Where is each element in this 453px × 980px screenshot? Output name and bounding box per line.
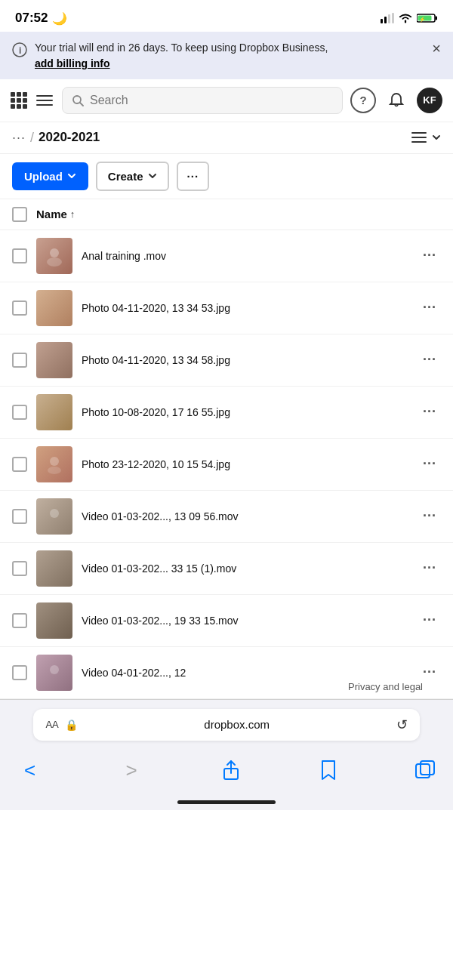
safari-nav: < >	[0, 750, 453, 794]
notifications-button[interactable]	[384, 88, 409, 113]
svg-line-11	[80, 103, 83, 106]
file-more-button[interactable]: ···	[418, 557, 441, 579]
bell-icon	[388, 92, 405, 109]
file-name: Anal training .mov	[82, 250, 409, 262]
file-name: Video 01-03-202..., 13 09 56.mov	[82, 510, 409, 522]
svg-rect-1	[384, 17, 387, 23]
row-checkbox[interactable]	[12, 509, 27, 524]
lock-icon: 🔒	[65, 719, 78, 731]
svg-point-17	[50, 457, 59, 466]
file-thumbnail	[36, 655, 72, 691]
file-more-button[interactable]: ···	[418, 349, 441, 371]
table-row[interactable]: Anal training .mov ···	[0, 230, 453, 282]
wifi-icon	[399, 13, 412, 23]
table-row[interactable]: Photo 04-11-2020, 13 34 53.jpg ···	[0, 282, 453, 334]
action-bar: Upload Create ···	[0, 154, 453, 199]
status-bar: 07:52 🌙 ⚡	[0, 0, 453, 32]
create-button[interactable]: Create	[96, 162, 169, 191]
chevron-down-icon	[67, 171, 76, 180]
home-indicator	[0, 794, 453, 810]
file-thumbnail	[36, 498, 72, 535]
row-checkbox[interactable]	[12, 353, 27, 368]
file-thumbnail	[36, 446, 72, 482]
svg-point-20	[50, 665, 59, 674]
svg-rect-2	[388, 14, 390, 23]
file-more-button[interactable]: ···	[418, 505, 441, 527]
select-all-checkbox[interactable]	[12, 207, 27, 222]
sort-list-icon	[411, 131, 427, 144]
table-row[interactable]: Video 01-03-202... 33 15 (1).mov ···	[0, 543, 453, 595]
moon-icon: 🌙	[52, 11, 67, 26]
file-thumbnail	[36, 290, 72, 326]
toolbar: ? KF	[0, 79, 453, 122]
svg-point-18	[48, 467, 61, 474]
trial-close-button[interactable]: ×	[432, 41, 441, 56]
back-button[interactable]: <	[18, 756, 42, 785]
status-icons: ⚡	[381, 13, 438, 23]
privacy-legal-link[interactable]: Privacy and legal	[348, 681, 423, 692]
file-more-button[interactable]: ···	[418, 297, 441, 319]
row-checkbox[interactable]	[12, 665, 27, 680]
more-actions-button[interactable]: ···	[177, 162, 210, 191]
sort-button[interactable]	[411, 131, 441, 144]
table-row[interactable]: Photo 04-11-2020, 13 34 58.jpg ···	[0, 334, 453, 387]
svg-rect-5	[436, 17, 438, 20]
chevron-down-icon	[148, 171, 157, 180]
menu-icon[interactable]	[35, 94, 54, 107]
file-more-button[interactable]: ···	[418, 401, 441, 423]
upload-button[interactable]: Upload	[12, 162, 88, 190]
file-thumbnail	[36, 602, 72, 639]
svg-rect-0	[381, 19, 383, 23]
svg-point-16	[47, 257, 62, 267]
breadcrumb-dots[interactable]: ···	[12, 130, 26, 146]
help-button[interactable]: ?	[350, 88, 376, 113]
svg-point-19	[50, 509, 59, 518]
bookmark-icon	[319, 760, 337, 781]
row-checkbox[interactable]	[12, 457, 27, 472]
svg-rect-3	[392, 13, 394, 23]
tabs-button[interactable]	[415, 760, 435, 780]
share-button[interactable]	[221, 760, 241, 781]
file-name: Photo 23-12-2020, 10 15 54.jpg	[82, 458, 409, 470]
file-name: Video 04-01-202..., 12	[82, 667, 409, 679]
reload-button[interactable]: ↺	[396, 717, 408, 733]
search-input[interactable]	[90, 94, 333, 107]
table-row[interactable]: Video 01-03-202..., 19 33 15.mov ···	[0, 595, 453, 647]
url-bar[interactable]: AA 🔒 dropbox.com ↺	[33, 709, 419, 741]
file-more-button[interactable]: ···	[418, 609, 441, 631]
file-more-button[interactable]: ···	[418, 453, 441, 475]
svg-text:i: i	[19, 45, 21, 56]
row-checkbox[interactable]	[12, 405, 27, 420]
status-time: 07:52	[15, 11, 48, 26]
table-row[interactable]: Video 01-03-202..., 13 09 56.mov ···	[0, 491, 453, 543]
row-checkbox[interactable]	[12, 561, 27, 576]
avatar[interactable]: KF	[417, 88, 442, 113]
search-bar[interactable]	[62, 87, 343, 114]
row-checkbox[interactable]	[12, 613, 27, 628]
row-checkbox[interactable]	[12, 300, 27, 316]
forward-button[interactable]: >	[120, 756, 143, 785]
file-name: Video 01-03-202..., 19 33 15.mov	[82, 615, 409, 627]
bookmarks-button[interactable]	[319, 760, 337, 781]
svg-text:⚡: ⚡	[419, 16, 426, 23]
file-name: Photo 10-08-2020, 17 16 55.jpg	[82, 406, 409, 418]
table-row[interactable]: Video 04-01-202..., 12 ··· Privacy and l…	[0, 647, 453, 699]
tabs-icon	[415, 760, 435, 780]
file-thumbnail	[36, 550, 72, 587]
row-checkbox[interactable]	[12, 248, 27, 263]
file-more-button[interactable]: ···	[418, 245, 441, 267]
file-list: Anal training .mov ··· Photo 04-11-2020,…	[0, 230, 453, 699]
url-text: dropbox.com	[84, 718, 390, 731]
text-size-button[interactable]: AA	[45, 719, 58, 730]
share-icon	[221, 760, 241, 781]
file-name: Photo 04-11-2020, 13 34 58.jpg	[82, 354, 409, 366]
chevron-down-icon	[432, 133, 441, 142]
file-thumbnail	[36, 342, 72, 378]
table-row[interactable]: Photo 10-08-2020, 17 16 55.jpg ···	[0, 387, 453, 439]
table-row[interactable]: Photo 23-12-2020, 10 15 54.jpg ···	[0, 439, 453, 491]
trial-link[interactable]: add billing info	[35, 57, 110, 69]
name-column-header[interactable]: Name ↑	[36, 208, 75, 220]
battery-icon: ⚡	[417, 13, 438, 23]
grid-icon[interactable]	[11, 92, 27, 109]
breadcrumb-current: 2020-2021	[39, 130, 100, 145]
